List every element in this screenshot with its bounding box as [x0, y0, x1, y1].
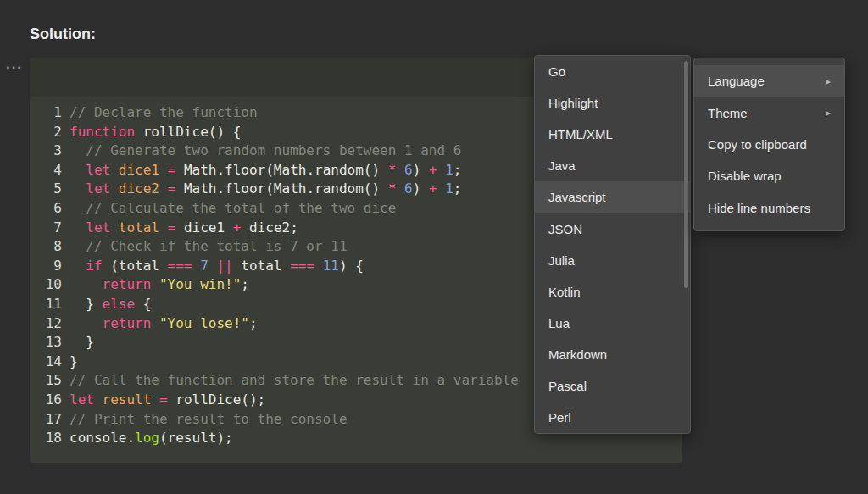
code-line-content: // Generate two random numbers between 1… — [70, 142, 461, 161]
menu-item-markdown[interactable]: Markdown — [535, 339, 690, 370]
line-number: 12 — [36, 314, 62, 334]
options-menu: Language▸Theme▸Copy to clipboardDisable … — [693, 58, 845, 231]
code-token: { — [135, 296, 151, 312]
menu-item-label: Kotlin — [548, 285, 581, 299]
code-line-content: } — [70, 352, 78, 372]
code-token — [437, 162, 446, 178]
code-token — [314, 258, 323, 274]
code-token: = — [159, 391, 168, 408]
code-token: dice1 — [119, 162, 159, 178]
code-token: = — [168, 219, 176, 236]
code-token: return — [103, 276, 152, 292]
menu-item-java[interactable]: Java — [535, 150, 690, 181]
menu-item-javascript[interactable]: Javascript — [535, 181, 690, 213]
code-line-content: console.log(result); — [70, 429, 233, 448]
menu-item-html-xml[interactable]: HTML/XML — [535, 119, 690, 150]
menu-item-label: Perl — [548, 410, 571, 425]
menu-item-pascal[interactable]: Pascal — [535, 370, 690, 402]
menu-item-highlight[interactable]: Highlight — [535, 87, 690, 119]
menu-item-label: Markdown — [548, 347, 607, 362]
code-token: // Declare the function — [70, 104, 258, 120]
menu-item-perl[interactable]: Perl — [535, 402, 690, 433]
line-number: 18 — [36, 429, 62, 448]
code-token: let — [86, 162, 110, 178]
code-token: log — [135, 430, 159, 446]
menu-item-lua[interactable]: Lua — [535, 308, 690, 339]
menu-item-copy-to-clipboard[interactable]: Copy to clipboard — [694, 129, 844, 160]
menu-item-kotlin[interactable]: Kotlin — [535, 276, 690, 308]
line-number: 13 — [36, 333, 62, 352]
menu-item-label: Java — [548, 158, 576, 173]
menu-item-label: Go — [548, 64, 565, 79]
code-token: * — [388, 180, 397, 197]
code-token — [151, 391, 159, 408]
code-token: rollDice() { — [135, 124, 241, 140]
code-token: (result); — [159, 430, 233, 446]
menu-item-label: Theme — [708, 106, 748, 120]
code-token — [159, 162, 168, 178]
line-number: 9 — [36, 257, 62, 276]
code-line-content: } — [70, 333, 94, 352]
code-line-content: // Print the result to the console — [70, 410, 348, 430]
menu-item-julia[interactable]: Julia — [535, 245, 690, 276]
code-token — [110, 162, 119, 178]
menu-item-disable-wrap[interactable]: Disable wrap — [694, 160, 844, 191]
menu-item-json[interactable]: JSON — [535, 213, 690, 244]
code-token: // Call the function and store the resul… — [70, 372, 519, 388]
line-number: 2 — [36, 123, 62, 142]
code-token — [110, 219, 119, 236]
code-token: * — [388, 162, 397, 178]
code-token — [151, 276, 159, 292]
code-token: 1 — [445, 162, 453, 178]
code-token: ) { — [339, 258, 364, 274]
code-token — [70, 219, 86, 236]
code-token — [94, 391, 103, 408]
code-token: ) — [413, 180, 429, 197]
code-token — [70, 315, 103, 331]
code-token: + — [429, 180, 437, 197]
code-token: ; — [453, 180, 462, 197]
code-token: } — [70, 353, 78, 369]
code-token: return — [103, 315, 152, 331]
code-token: === — [290, 258, 314, 274]
code-line-content: let total = dice1 + dice2; — [70, 219, 298, 238]
code-line-content: let dice1 = Math.floor(Math.random() * 6… — [70, 161, 461, 180]
submenu-arrow-icon: ▸ — [826, 107, 831, 119]
code-token — [159, 180, 168, 197]
language-menu-list: GoHighlightHTML/XMLJavaJavascriptJSONJul… — [535, 56, 690, 433]
code-token: // Generate two random numbers between 1… — [70, 142, 461, 158]
code-token — [70, 162, 86, 178]
submenu-arrow-icon: ▸ — [826, 75, 831, 87]
line-number: 4 — [36, 161, 62, 180]
code-token: ; — [453, 162, 462, 178]
line-number: 15 — [36, 371, 62, 391]
menu-item-hide-line-numbers[interactable]: Hide line numbers — [694, 192, 844, 224]
code-line-content: // Declare the function — [70, 103, 258, 123]
menu-item-go[interactable]: Go — [535, 56, 690, 87]
code-line-content: let dice2 = Math.floor(Math.random() * 6… — [70, 180, 461, 199]
more-options-icon[interactable]: ··· — [6, 59, 23, 76]
code-line-content: function rollDice() { — [70, 123, 241, 142]
language-menu-scrollbar[interactable] — [684, 61, 688, 288]
menu-item-language[interactable]: Language▸ — [694, 65, 844, 97]
code-line-content: return "You lose!"; — [70, 314, 258, 334]
code-token — [70, 276, 103, 292]
code-token — [159, 219, 168, 236]
code-line-content: let result = rollDice(); — [70, 391, 265, 410]
menu-item-label: Copy to clipboard — [708, 137, 807, 152]
code-token: 6 — [404, 180, 413, 197]
menu-item-label: HTML/XML — [548, 127, 613, 142]
code-token: (total — [103, 258, 168, 274]
code-token: = — [168, 180, 176, 197]
code-token: 11 — [323, 258, 339, 274]
menu-item-label: Julia — [548, 253, 575, 268]
code-token: Math.floor(Math.random() — [175, 180, 387, 197]
code-token: } — [70, 296, 103, 312]
code-token: if — [86, 258, 102, 274]
code-token — [209, 258, 217, 274]
code-token: function — [70, 124, 135, 140]
menu-item-theme[interactable]: Theme▸ — [694, 97, 844, 128]
menu-item-label: Javascript — [548, 190, 606, 204]
code-token: let — [70, 391, 94, 408]
code-token: total — [119, 219, 159, 236]
